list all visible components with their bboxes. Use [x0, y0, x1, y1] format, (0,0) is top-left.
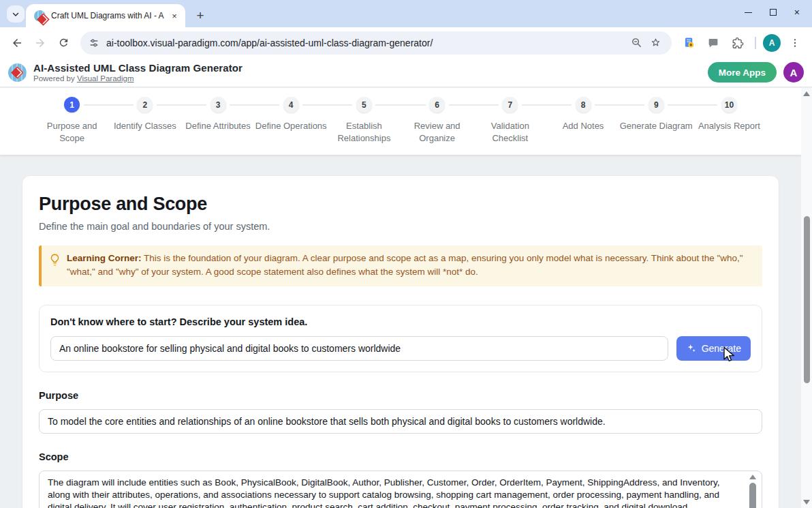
- content-card: Purpose and Scope Define the main goal a…: [22, 175, 779, 508]
- step-circle[interactable]: 1: [64, 97, 80, 113]
- site-settings-icon[interactable]: [89, 38, 99, 48]
- url-bar[interactable]: ai-toolbox.visual-paradigm.com/app/ai-as…: [80, 31, 672, 55]
- app-avatar[interactable]: A: [783, 62, 804, 83]
- close-button[interactable]: ×: [794, 8, 800, 17]
- step-label: Purpose and Scope: [35, 120, 108, 144]
- generate-button-label: Generate: [702, 343, 741, 354]
- step-label: Validation Checklist: [473, 120, 546, 144]
- page-viewport: 1 Purpose and Scope 2 Identify Classes 3…: [0, 88, 801, 508]
- scope-field: Scope The diagram will include entities …: [39, 451, 762, 508]
- more-apps-button[interactable]: More Apps: [708, 62, 777, 83]
- step-define-attributes[interactable]: 3 Define Attributes: [181, 93, 254, 144]
- step-analysis-report[interactable]: 10 Analysis Report: [693, 93, 766, 144]
- step-add-notes[interactable]: 8 Add Notes: [546, 93, 619, 144]
- step-identify-classes[interactable]: 2 Identify Classes: [108, 93, 181, 144]
- step-circle[interactable]: 9: [649, 97, 664, 113]
- step-label: Review and Organize: [401, 120, 473, 144]
- comment-icon[interactable]: [703, 33, 723, 53]
- system-idea-input[interactable]: [50, 336, 668, 361]
- learning-corner-label: Learning Corner:: [67, 253, 142, 263]
- system-idea-label: Don't know where to start? Describe your…: [50, 316, 751, 327]
- scope-scrollbar-thumb[interactable]: [749, 483, 756, 508]
- step-review-and-organize[interactable]: 6 Review and Organize: [401, 93, 473, 144]
- scrollbar-up-icon[interactable]: [803, 91, 810, 96]
- step-define-operations[interactable]: 4 Define Operations: [255, 93, 328, 144]
- bookmark-star-icon[interactable]: [646, 33, 665, 53]
- system-idea-card: Don't know where to start? Describe your…: [39, 305, 762, 372]
- maximize-button[interactable]: [770, 9, 777, 16]
- step-circle[interactable]: 2: [137, 97, 153, 113]
- browser-toolbar: ai-toolbox.visual-paradigm.com/app/ai-as…: [0, 27, 812, 58]
- new-tab-button[interactable]: +: [192, 8, 208, 24]
- browser-menu-icon[interactable]: [785, 33, 805, 53]
- lightbulb-icon: [50, 254, 60, 280]
- visual-paradigm-link[interactable]: Visual Paradigm: [77, 74, 134, 83]
- step-circle[interactable]: 5: [356, 97, 372, 113]
- step-label: Generate Diagram: [620, 120, 693, 132]
- browser-profile-avatar[interactable]: A: [763, 34, 781, 52]
- step-establish-relationships[interactable]: 5 Establish Relationships: [328, 93, 401, 144]
- page-subtitle: Define the main goal and boundaries of y…: [39, 221, 762, 232]
- step-generate-diagram[interactable]: 9 Generate Diagram: [620, 93, 693, 144]
- purpose-field: Purpose: [39, 390, 762, 434]
- tab-title: Craft UML Diagrams with AI - A: [51, 11, 165, 20]
- powered-by-prefix: Powered by: [33, 74, 77, 83]
- powered-by: Powered by Visual Paradigm: [33, 74, 243, 83]
- step-circle[interactable]: 3: [210, 97, 226, 113]
- step-circle[interactable]: 4: [283, 97, 299, 113]
- step-circle[interactable]: 8: [576, 97, 591, 113]
- app-title: AI-Assisted UML Class Diagram Generator: [33, 62, 243, 74]
- scope-label: Scope: [39, 451, 762, 462]
- tab-close-icon[interactable]: ×: [169, 10, 180, 21]
- browser-tab[interactable]: Craft UML Diagrams with AI - A ×: [26, 4, 185, 27]
- learning-corner-text: Learning Corner: This is the foundation …: [67, 252, 753, 280]
- step-circle[interactable]: 10: [721, 97, 737, 113]
- learning-corner: Learning Corner: This is the foundation …: [39, 245, 762, 286]
- toolbar-extensions: A: [678, 33, 805, 53]
- learning-corner-body: This is the foundation of your diagram. …: [67, 253, 743, 277]
- app-header: AI-Assisted UML Class Diagram Generator …: [0, 58, 812, 87]
- stepper: 1 Purpose and Scope 2 Identify Classes 3…: [0, 88, 801, 155]
- step-label: Define Attributes: [185, 120, 250, 132]
- forward-button[interactable]: [30, 33, 50, 53]
- minimize-button[interactable]: [745, 12, 752, 13]
- page-title: Purpose and Scope: [39, 194, 762, 215]
- step-label: Add Notes: [563, 120, 604, 132]
- step-label: Analysis Report: [698, 120, 760, 132]
- purpose-input[interactable]: [39, 409, 762, 434]
- step-validation-checklist[interactable]: 7 Validation Checklist: [473, 93, 546, 144]
- step-label: Establish Relationships: [328, 120, 401, 144]
- page-scrollbar[interactable]: [801, 88, 812, 508]
- browser-titlebar: Craft UML Diagrams with AI - A × + ×: [0, 0, 812, 27]
- step-label: Identify Classes: [114, 120, 176, 132]
- scrollbar-down-icon[interactable]: [803, 500, 810, 505]
- toolbar-divider: [755, 37, 756, 49]
- step-circle[interactable]: 6: [429, 97, 445, 113]
- sparkle-icon: [686, 343, 697, 354]
- scroll-up-icon[interactable]: [749, 475, 756, 479]
- url-text[interactable]: ai-toolbox.visual-paradigm.com/app/ai-as…: [106, 38, 627, 48]
- step-purpose-and-scope[interactable]: 1 Purpose and Scope: [35, 93, 108, 144]
- window-controls: ×: [745, 0, 809, 25]
- zoom-icon[interactable]: [627, 33, 646, 53]
- reading-list-icon[interactable]: [678, 33, 699, 53]
- reload-button[interactable]: [53, 33, 74, 53]
- step-label: Define Operations: [255, 120, 327, 132]
- chevron-down-icon: [11, 10, 20, 19]
- step-circle[interactable]: 7: [502, 97, 518, 113]
- extensions-icon[interactable]: [728, 33, 748, 53]
- tab-favicon: [34, 10, 46, 22]
- scope-textarea[interactable]: The diagram will include entities such a…: [39, 470, 762, 508]
- generate-button[interactable]: Generate: [676, 336, 751, 361]
- scrollbar-thumb[interactable]: [804, 216, 810, 383]
- scope-scrollbar[interactable]: [749, 475, 757, 508]
- app-logo: [8, 63, 27, 82]
- back-button[interactable]: [7, 33, 27, 53]
- purpose-label: Purpose: [39, 390, 762, 401]
- tab-search-button[interactable]: [7, 5, 25, 23]
